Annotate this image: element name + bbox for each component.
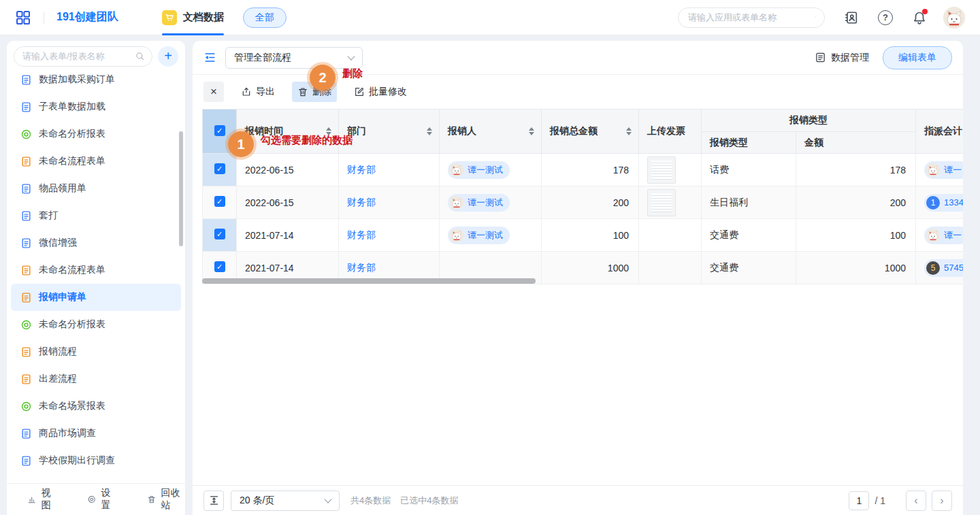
accountant-chip[interactable]: 11334 [924,194,963,212]
sidebar-item-partial[interactable] [11,474,181,484]
dept-link[interactable]: 财务部 [347,197,376,207]
views-button[interactable]: 视图 [27,487,57,512]
sidebar-item[interactable]: 数据加载采购订单 [11,71,181,93]
data-table-area: 报销时间 部门 报销人 报销总金额 上传发票 报销类型 指派会计 报销类型 金额… [202,109,963,284]
cell-type: 交通费 [702,252,796,284]
row-checkbox[interactable] [214,196,225,207]
sidebar-item-label: 报销流程 [39,346,77,358]
contacts-icon[interactable] [844,10,859,25]
col-label: 报销人 [448,125,476,136]
dept-link[interactable]: 财务部 [347,262,376,273]
flow-scope-dropdown[interactable]: 管理全部流程 [225,47,363,69]
accountant-chip[interactable]: 谭一 [924,227,963,244]
dept-link[interactable]: 财务部 [347,229,376,240]
sidebar-item[interactable]: 商品市场调查 [11,420,181,447]
notification-dot [922,9,928,14]
table-row: 2021-07-14 财务部 谭一测试 100 交通费 100 谭一 [203,219,964,252]
close-selection-button[interactable]: × [203,82,224,102]
sidebar-item[interactable]: 未命名场景报表 [11,393,181,420]
top-navbar: 191创建团队 文档数据 全部 ? [0,0,980,35]
person-chip[interactable]: 谭一测试 [448,194,510,212]
page-size-dropdown[interactable]: 20 条/页 [231,491,340,511]
person-chip[interactable]: 谭一测试 [448,227,510,244]
sidebar-search-input[interactable] [21,50,131,62]
main-panel: 管理全部流程 数据管理 编辑表单 × 导出 删除 批量修改 [193,41,963,515]
cell-type: 交通费 [702,219,796,252]
row-checkbox[interactable] [214,229,225,239]
batch-edit-button[interactable]: 批量修改 [348,82,412,102]
sidebar-footer: 视图 设置 回收站 [7,483,185,515]
sidebar-item[interactable]: 出差流程 [11,365,181,393]
col-header-dept: 部门 [339,110,440,154]
global-search[interactable] [678,7,825,28]
sidebar-item-label: 未命名分析报表 [39,318,105,331]
sidebar-item[interactable]: 物品领用单 [11,175,181,202]
invoice-thumbnail[interactable] [647,156,676,184]
horizontal-scrollbar[interactable] [202,278,536,284]
col-header-person: 报销人 [440,110,542,154]
batch-edit-label: 批量修改 [369,86,407,98]
row-checkbox[interactable] [214,261,225,272]
page-number-input[interactable] [849,491,869,510]
sidebar-item[interactable]: 未命名分析报表 [11,311,181,338]
global-search-input[interactable] [687,12,809,23]
sort-icon[interactable] [427,127,432,135]
notification-bell-icon[interactable] [912,10,927,25]
app-tab-label: 文档数据 [183,11,224,24]
sort-icon[interactable] [326,127,331,135]
select-all-checkbox[interactable] [214,125,225,136]
sort-icon[interactable] [626,127,632,135]
sidebar-item[interactable]: 未命名流程表单 [11,148,181,175]
cell-amount: 100 [796,219,916,252]
help-icon[interactable]: ? [878,10,893,25]
prev-page-button[interactable]: ‹ [906,491,926,511]
accountant-name: 谭一 [944,164,962,176]
sidebar-item[interactable]: 微信增强 [11,229,181,256]
accountant-chip[interactable]: 谭一 [924,161,963,179]
app-grid-icon[interactable] [15,10,31,26]
sidebar-search[interactable] [14,46,152,67]
sidebar-item-selected[interactable]: 报销申请单 [11,284,181,311]
sidebar-item[interactable]: 未命名分析报表 [11,120,181,148]
settings-button[interactable]: 设置 [87,487,117,512]
chevron-down-icon [347,52,355,60]
user-avatar[interactable] [943,7,965,29]
scope-all-pill[interactable]: 全部 [243,7,287,28]
sidebar-item-label: 学校假期出行调查 [39,454,115,467]
sidebar-item[interactable]: 学校假期出行调查 [11,447,181,474]
navbar-right: ? [678,7,965,29]
nav-divider [44,12,44,24]
edit-form-button[interactable]: 编辑表单 [883,46,952,69]
sidebar-item[interactable]: 套打 [11,202,181,229]
sidebar-item[interactable]: 未命名流程表单 [11,256,181,284]
sort-icon[interactable] [529,127,534,135]
next-page-button[interactable]: › [932,491,952,511]
sidebar-scrollbar[interactable] [179,131,183,246]
accountant-chip[interactable]: 55745 [924,259,963,277]
search-icon[interactable] [815,12,816,23]
team-name[interactable]: 191创建团队 [56,10,118,24]
export-button[interactable]: 导出 [235,82,280,102]
delete-button[interactable]: 删除 [292,82,337,102]
data-manage-button[interactable]: 数据管理 [815,52,869,64]
col-header-amount: 金额 [796,132,916,154]
col-header-invoice: 上传发票 [639,110,702,154]
add-form-button[interactable]: + [158,46,178,67]
search-icon[interactable] [135,51,145,61]
cell-type: 话费 [702,154,796,186]
row-checkbox[interactable] [214,163,225,174]
person-name: 谭一测试 [468,164,503,176]
tab-document-data[interactable]: 文档数据 [162,0,224,35]
sidebar-item[interactable]: 报销流程 [11,338,181,365]
col-group-type: 报销类型 [702,110,916,132]
sidebar-item[interactable]: 子表单数据加载 [11,93,181,120]
row-height-button[interactable] [203,491,224,511]
sidebar-item-label: 套打 [39,210,58,222]
table-row: 2022-06-15 财务部 谭一测试 200 生日福利 200 11334 [203,186,964,219]
recycle-bin-button[interactable]: 回收站 [147,487,185,512]
dept-link[interactable]: 财务部 [347,164,376,175]
collapse-sidebar-icon[interactable] [203,51,216,64]
person-chip[interactable]: 谭一测试 [448,161,510,179]
invoice-thumbnail[interactable] [647,189,676,216]
sidebar-form-list: 数据加载采购订单 子表单数据加载 未命名分析报表 未命名流程表单 物品领用单 套… [7,71,185,484]
